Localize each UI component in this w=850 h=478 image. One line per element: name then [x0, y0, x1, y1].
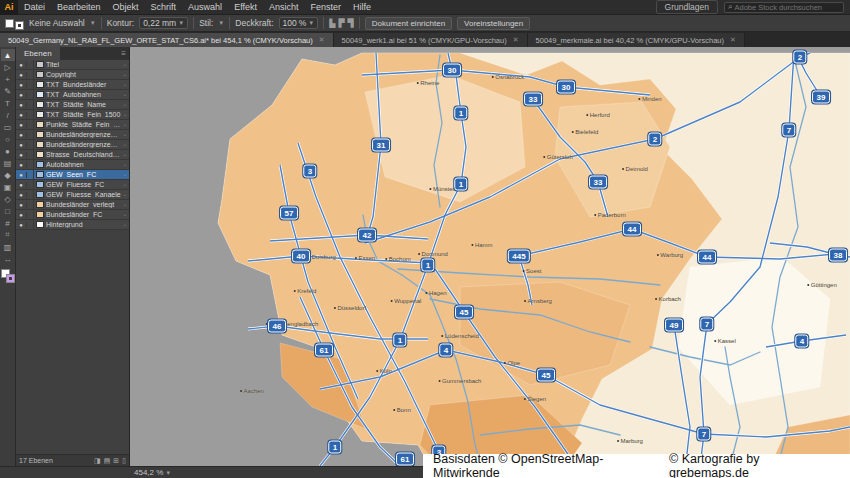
chevron-down-icon[interactable]: ▼	[165, 470, 171, 476]
layer-name[interactable]: Autobahnen	[46, 161, 121, 168]
visibility-eye-icon[interactable]: ●	[16, 192, 27, 198]
layer-name[interactable]: Titel	[46, 61, 121, 68]
layer-name[interactable]: TXT_Städte_Fein_1500	[46, 111, 121, 118]
layer-name[interactable]: TXT_Autobahnen	[46, 91, 121, 98]
zoom-level[interactable]: 454,2 %	[134, 468, 163, 477]
stroke-color-swatch[interactable]	[6, 274, 15, 283]
tool-1-icon[interactable]: ▲	[1, 49, 15, 61]
menu-schrift[interactable]: Schrift	[145, 0, 183, 15]
stroke-width-dropdown[interactable]: 0,22 mm▼	[139, 17, 188, 29]
panel-menu-icon[interactable]: ≡	[121, 49, 129, 58]
menu-auswahl[interactable]: Auswahl	[182, 0, 228, 15]
tool-15-icon[interactable]: #	[1, 217, 15, 229]
visibility-eye-icon[interactable]: ●	[16, 202, 27, 208]
target-circle-icon[interactable]: ◦	[121, 202, 129, 208]
preferences-button[interactable]: Voreinstellungen	[457, 17, 530, 30]
opacity-dropdown[interactable]: 100% ▼	[279, 17, 319, 29]
document-tab-1[interactable]: 50049_Germany_NL_RAB_FL_GEW_ORTE_STAT_CS…	[0, 33, 334, 47]
tool-9-icon[interactable]: ●	[1, 145, 15, 157]
layer-name[interactable]: TXT_Städte_Name	[46, 101, 121, 108]
chevron-down-icon[interactable]: ▼	[218, 20, 224, 26]
delete-layer-icon[interactable]: ▯	[122, 457, 126, 465]
tool-3-icon[interactable]: +	[1, 73, 15, 85]
layer-row[interactable]: ●Bundesländergrenzen_verlegt◦	[16, 140, 129, 150]
tool-7-icon[interactable]: ▭	[1, 121, 15, 133]
visibility-eye-icon[interactable]: ●	[16, 112, 27, 118]
visibility-eye-icon[interactable]: ●	[16, 122, 27, 128]
tool-13-icon[interactable]: ◇	[1, 193, 15, 205]
document-tab-3[interactable]: 50049_merkmale.ai bei 40,42 % (CMYK/GPU-…	[528, 33, 745, 47]
target-circle-icon[interactable]: ◦	[121, 212, 129, 218]
lock-column[interactable]	[27, 100, 34, 109]
target-circle-icon[interactable]: ◦	[121, 192, 129, 198]
toolbar-color-swatches[interactable]	[1, 269, 15, 283]
layer-row[interactable]: ●Strasse_Deutschland_verlegt◦	[16, 150, 129, 160]
target-circle-icon[interactable]: ◦	[121, 102, 129, 108]
tool-10-icon[interactable]: ▤	[1, 157, 15, 169]
tool-14-icon[interactable]: □	[1, 205, 15, 217]
lock-column[interactable]	[27, 150, 34, 159]
target-circle-icon[interactable]: ◦	[121, 152, 129, 158]
lock-column[interactable]	[27, 210, 34, 219]
visibility-eye-icon[interactable]: ●	[16, 152, 27, 158]
target-circle-icon[interactable]: ◦	[121, 132, 129, 138]
lock-column[interactable]	[27, 60, 34, 69]
layer-name[interactable]: Hintergrund	[46, 221, 121, 228]
close-icon[interactable]: ✕	[730, 36, 736, 44]
workspace-switcher[interactable]: Grundlagen	[656, 0, 718, 14]
tool-18-icon[interactable]: ↔	[1, 253, 15, 265]
lock-column[interactable]	[27, 140, 34, 149]
target-circle-icon[interactable]: ◦	[121, 112, 129, 118]
lock-column[interactable]	[27, 90, 34, 99]
visibility-eye-icon[interactable]: ●	[16, 132, 27, 138]
menu-bearbeiten[interactable]: Bearbeiten	[51, 0, 107, 15]
layer-name[interactable]: GEW_Fluesse_FC	[46, 181, 121, 188]
target-circle-icon[interactable]: ◦	[121, 62, 129, 68]
target-circle-icon[interactable]: ◦	[121, 182, 129, 188]
target-circle-icon[interactable]: ◦	[121, 122, 129, 128]
layer-row[interactable]: ●Titel◦	[16, 60, 129, 70]
visibility-eye-icon[interactable]: ●	[16, 142, 27, 148]
document-setup-button[interactable]: Dokument einrichten	[365, 17, 452, 30]
layer-row[interactable]: ●GEW_Fluesse_FC◦	[16, 180, 129, 190]
menu-effekt[interactable]: Effekt	[228, 0, 263, 15]
tool-12-icon[interactable]: ▣	[1, 181, 15, 193]
tool-8-icon[interactable]: ○	[1, 133, 15, 145]
close-icon[interactable]: ✕	[319, 36, 325, 44]
layer-row[interactable]: ●Hintergrund◦	[16, 220, 129, 230]
stroke-swatch[interactable]	[15, 21, 24, 30]
layer-row[interactable]: ●TXT_Städte_Name◦	[16, 100, 129, 110]
visibility-eye-icon[interactable]: ●	[16, 182, 27, 188]
layer-row[interactable]: ●TXT_Bundesländer◦	[16, 80, 129, 90]
visibility-eye-icon[interactable]: ●	[16, 172, 27, 178]
menu-datei[interactable]: Datei	[18, 0, 51, 15]
tool-11-icon[interactable]: ◆	[1, 169, 15, 181]
tool-5-icon[interactable]: T	[1, 97, 15, 109]
layer-row[interactable]: ●Punkte_Städte_Fein_1500◦	[16, 120, 129, 130]
layer-name[interactable]: GEW_Seen_FC	[46, 171, 121, 178]
target-circle-icon[interactable]: ◦	[121, 172, 129, 178]
visibility-eye-icon[interactable]: ●	[16, 92, 27, 98]
lock-column[interactable]	[27, 200, 34, 209]
visibility-eye-icon[interactable]: ●	[16, 72, 27, 78]
visibility-eye-icon[interactable]: ●	[16, 62, 27, 68]
layer-row[interactable]: ●GEW_Fluesse_Kanaele◦	[16, 190, 129, 200]
tool-17-icon[interactable]: ▥	[1, 241, 15, 253]
lock-column[interactable]	[27, 110, 34, 119]
lock-column[interactable]	[27, 220, 34, 229]
new-sublayer-icon[interactable]: ▤	[104, 457, 111, 465]
layer-row[interactable]: ●TXT_Städte_Fein_1500◦	[16, 110, 129, 120]
visibility-eye-icon[interactable]: ●	[16, 162, 27, 168]
canvas[interactable]: 3013133302397231335742404444514438454649…	[130, 47, 850, 466]
layer-row[interactable]: ●GEW_Seen_FC◦	[16, 170, 129, 180]
layer-name[interactable]: TXT_Bundesländer	[46, 81, 121, 88]
lock-column[interactable]	[27, 80, 34, 89]
lock-column[interactable]	[27, 190, 34, 199]
layer-name[interactable]: GEW_Fluesse_Kanaele	[46, 191, 121, 198]
lock-column[interactable]	[27, 160, 34, 169]
menu-objekt[interactable]: Objekt	[107, 0, 145, 15]
target-circle-icon[interactable]: ◦	[121, 92, 129, 98]
new-layer-icon[interactable]: ⊞	[113, 457, 119, 465]
layer-name[interactable]: Bundesländer_FC	[46, 211, 121, 218]
layer-name[interactable]: Punkte_Städte_Fein_1500	[46, 121, 121, 128]
